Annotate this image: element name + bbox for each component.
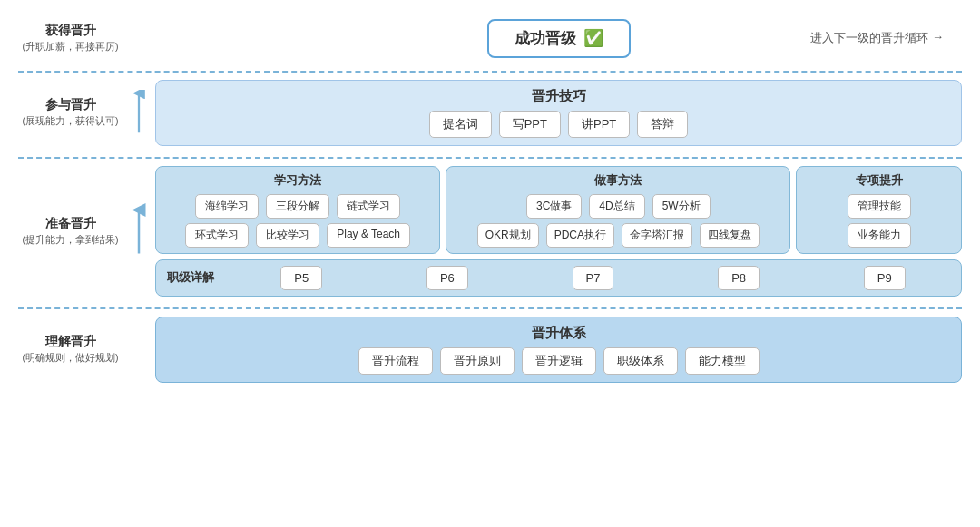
- special-pills-row1: 管理技能: [804, 194, 954, 219]
- special-pills-row2: 业务能力: [804, 223, 954, 248]
- divider-2: [18, 157, 962, 159]
- get-promoted-subtitle: (升职加薪，再接再厉): [23, 41, 119, 54]
- pill-4d[interactable]: 4D总结: [589, 194, 644, 219]
- participate-content: 晋升技巧 提名词 写PPT 讲PPT 答辩: [155, 80, 962, 146]
- pill-链式学习[interactable]: 链式学习: [337, 194, 400, 219]
- prepare-label: 准备晋升 (提升能力，拿到结果): [18, 166, 122, 297]
- pill-三段分解[interactable]: 三段分解: [266, 194, 329, 219]
- pill-逻辑[interactable]: 晋升逻辑: [522, 347, 596, 375]
- success-text: 成功晋级: [514, 28, 576, 49]
- prepare-subtitle: (提升能力，拿到结果): [23, 234, 119, 247]
- pill-原则[interactable]: 晋升原则: [440, 347, 514, 375]
- level-pills: P5 P6 P7 P8 P9: [236, 266, 950, 290]
- success-box-wrapper: 成功晋级 ✅: [487, 19, 631, 58]
- participate-label: 参与晋升 (展现能力，获得认可): [18, 93, 122, 132]
- doing-pills-row1: 3C做事 4D总结 5W分析: [454, 194, 782, 219]
- pill-环式学习[interactable]: 环式学习: [185, 223, 249, 248]
- pill-提名词[interactable]: 提名词: [429, 111, 492, 138]
- cycle-label: 进入下一级的晋升循环: [810, 30, 928, 46]
- learning-pills-row2: 环式学习 比较学习 Play & Teach: [163, 223, 432, 248]
- understand-section: 理解晋升 (明确规则，做好规划) 晋升体系 晋升流程 晋升原则 晋升逻辑 职级体…: [18, 317, 962, 383]
- prepare-content-col: 学习方法 海绵学习 三段分解 链式学习 环式学习 比较学习 Play & Tea…: [155, 166, 962, 297]
- pill-职级体系[interactable]: 职级体系: [603, 347, 678, 375]
- pill-海绵学习[interactable]: 海绵学习: [195, 194, 259, 219]
- pill-pdca[interactable]: PDCA执行: [546, 223, 614, 248]
- understand-subtitle: (明确规则，做好规划): [23, 352, 119, 365]
- level-title: 职级详解: [167, 269, 214, 286]
- cycle-arrow-icon: →: [932, 30, 944, 46]
- special-block: 专项提升 管理技能 业务能力: [796, 166, 962, 254]
- pill-写PPT[interactable]: 写PPT: [499, 111, 561, 138]
- prepare-title: 准备晋升: [45, 216, 96, 232]
- divider-1: [18, 71, 962, 73]
- learning-title: 学习方法: [163, 172, 432, 189]
- participate-subtitle: (展现能力，获得认可): [23, 115, 119, 128]
- pill-management[interactable]: 管理技能: [848, 194, 911, 219]
- pill-讲PPT[interactable]: 讲PPT: [568, 111, 630, 138]
- pill-okr[interactable]: OKR规划: [477, 223, 539, 248]
- pill-p8[interactable]: P8: [718, 266, 760, 290]
- pill-p5[interactable]: P5: [280, 266, 322, 290]
- doing-pills-row2: OKR规划 PDCA执行 金字塔汇报 四线复盘: [454, 223, 782, 248]
- prepare-section: 准备晋升 (提升能力，拿到结果) 学习方法 海绵学习: [18, 166, 962, 297]
- divider-3: [18, 307, 962, 309]
- pill-流程[interactable]: 晋升流程: [358, 347, 433, 375]
- pill-5w[interactable]: 5W分析: [652, 194, 710, 219]
- pill-比较学习[interactable]: 比较学习: [256, 223, 319, 248]
- pill-fourline[interactable]: 四线复盘: [700, 223, 760, 248]
- understand-content: 晋升体系 晋升流程 晋升原则 晋升逻辑 职级体系 能力模型: [155, 317, 962, 383]
- up-arrow-icon: [130, 90, 148, 135]
- learning-pills-row1: 海绵学习 三段分解 链式学习: [163, 194, 432, 219]
- prepare-top-blocks: 学习方法 海绵学习 三段分解 链式学习 环式学习 比较学习 Play & Tea…: [155, 166, 962, 254]
- main-diagram: 获得晋升 (升职加薪，再接再厉) 成功晋级 ✅ 进入下一级的晋升循环 → 参与晋…: [9, 10, 971, 518]
- participate-pills: 提名词 写PPT 讲PPT 答辩: [167, 111, 950, 138]
- prepare-arrow: [122, 166, 155, 297]
- participate-section: 参与晋升 (展现能力，获得认可) 晋升技巧 提名词 写PPT 讲PPT 答辩: [18, 80, 962, 146]
- doing-block: 做事方法 3C做事 4D总结 5W分析 OKR规划 PDCA执行 金字塔汇报 四…: [446, 166, 790, 254]
- doing-title: 做事方法: [454, 172, 782, 189]
- pill-p9[interactable]: P9: [864, 266, 906, 290]
- pill-p7[interactable]: P7: [573, 266, 614, 290]
- success-icon: ✅: [583, 28, 603, 48]
- learning-block: 学习方法 海绵学习 三段分解 链式学习 环式学习 比较学习 Play & Tea…: [155, 166, 440, 254]
- understand-title: 理解晋升: [45, 334, 96, 350]
- understand-label: 理解晋升 (明确规则，做好规划): [18, 330, 122, 368]
- get-promoted-title: 获得晋升: [45, 23, 96, 39]
- pill-p6[interactable]: P6: [426, 266, 468, 290]
- get-promoted-label: 获得晋升 (升职加薪，再接再厉): [18, 19, 122, 57]
- pill-答辩[interactable]: 答辩: [637, 111, 688, 138]
- cycle-label-wrapper: 进入下一级的晋升循环 →: [631, 30, 945, 46]
- success-box: 成功晋级 ✅: [487, 19, 631, 58]
- understand-pills: 晋升流程 晋升原则 晋升逻辑 职级体系 能力模型: [167, 347, 950, 375]
- pill-能力模型[interactable]: 能力模型: [685, 347, 760, 375]
- pill-business[interactable]: 业务能力: [848, 223, 911, 248]
- top-section: 获得晋升 (升职加薪，再接再厉) 成功晋级 ✅ 进入下一级的晋升循环 →: [18, 19, 962, 58]
- pill-pyramid[interactable]: 金字塔汇报: [622, 223, 692, 248]
- participate-section-title: 晋升技巧: [167, 88, 950, 105]
- level-block: 职级详解 P5 P6 P7 P8 P9: [155, 259, 962, 297]
- participate-title: 参与晋升: [45, 97, 96, 113]
- participate-arrow: [122, 90, 155, 135]
- pill-3c[interactable]: 3C做事: [526, 194, 582, 219]
- up-arrow-icon-2: [130, 195, 148, 268]
- top-content: 成功晋级 ✅ 进入下一级的晋升循环 →: [155, 19, 962, 58]
- special-title: 专项提升: [804, 172, 954, 189]
- understand-section-title: 晋升体系: [167, 325, 950, 342]
- pill-play-teach[interactable]: Play & Teach: [327, 223, 410, 248]
